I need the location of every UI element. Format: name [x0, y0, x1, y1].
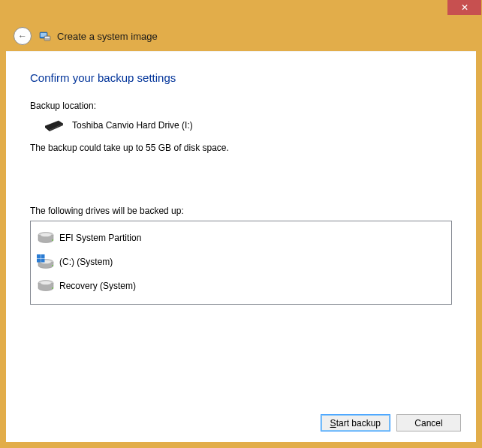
svg-point-9 [52, 265, 53, 266]
hard-disk-icon [37, 230, 55, 245]
close-icon: ✕ [461, 2, 468, 13]
svg-rect-12 [37, 259, 41, 263]
backup-location-label: Backup location: [30, 101, 452, 111]
cancel-button[interactable]: Cancel [396, 414, 461, 431]
drive-row-efi: EFI System Partition [37, 226, 445, 250]
disk-space-text: The backup could take up to 55 GB of dis… [30, 143, 452, 153]
svg-point-5 [41, 233, 51, 237]
page-heading: Confirm your backup settings [30, 71, 452, 84]
svg-rect-11 [41, 254, 45, 258]
button-label-rest: tart backup [336, 418, 381, 428]
windows-drive-icon [37, 254, 55, 269]
mnemonic: S [330, 418, 336, 428]
hard-disk-icon [37, 278, 55, 293]
svg-rect-10 [37, 254, 41, 258]
content-panel: Confirm your backup settings Backup loca… [6, 51, 476, 442]
svg-point-16 [52, 287, 53, 289]
svg-rect-13 [41, 259, 45, 263]
drives-list: EFI System Partition (C:) (System [30, 221, 452, 305]
wizard-title: Create a system image [57, 31, 158, 42]
system-image-icon [39, 30, 51, 42]
svg-rect-3 [45, 37, 50, 38]
backup-location-row: Toshiba Canvio Hard Drive (I:) [44, 119, 452, 132]
backup-location-value: Toshiba Canvio Hard Drive (I:) [72, 120, 193, 131]
button-row: Start backup Cancel [321, 414, 461, 431]
start-backup-button[interactable]: Start backup [321, 414, 390, 431]
svg-rect-2 [44, 36, 50, 41]
wizard-window: ✕ ← Create a system image Confirm your b… [0, 0, 482, 448]
window-close-button[interactable]: ✕ [447, 0, 481, 15]
svg-point-15 [41, 281, 51, 285]
following-drives-label: The following drives will be backed up: [30, 206, 452, 216]
drive-row-recovery: Recovery (System) [37, 274, 445, 298]
back-arrow-icon: ← [18, 31, 27, 41]
back-button[interactable]: ← [14, 27, 32, 45]
drive-label: (C:) (System) [59, 257, 113, 267]
header-strip: ← Create a system image [6, 21, 476, 51]
titlebar: ✕ [0, 0, 482, 21]
drive-label: Recovery (System) [59, 281, 136, 291]
svg-point-6 [52, 239, 53, 241]
drive-label: EFI System Partition [59, 233, 141, 243]
drive-row-c: (C:) (System) [37, 250, 445, 274]
external-drive-icon [44, 119, 65, 132]
